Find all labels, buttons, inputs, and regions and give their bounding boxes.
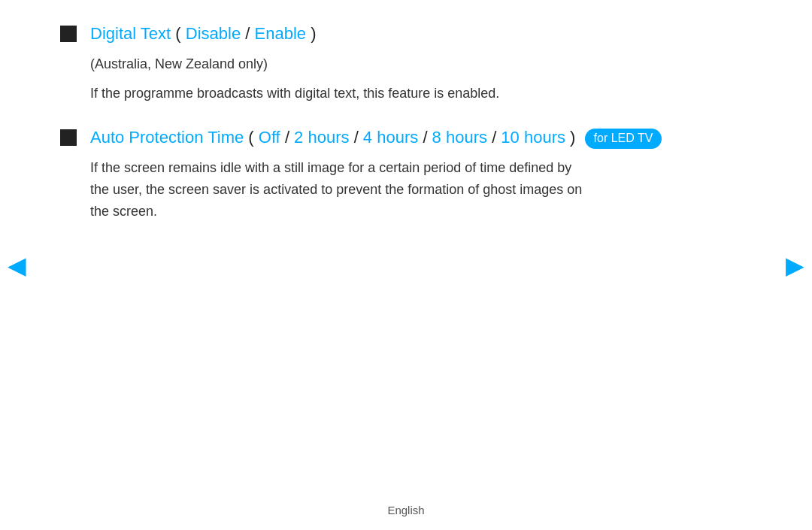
section1-description: If the programme broadcasts with digital…: [90, 83, 752, 104]
sep4: /: [492, 128, 501, 147]
auto-protection-section: Auto Protection Time ( Off / 2 hours / 4…: [60, 126, 752, 222]
section2-title: Auto Protection Time ( Off / 2 hours / 4…: [90, 126, 752, 150]
section1-subtitle: (Australia, New Zealand only): [90, 53, 752, 75]
sep2: /: [354, 128, 363, 147]
section1-content: Digital Text ( Disable / Enable ) (Austr…: [90, 23, 752, 104]
digital-text-label[interactable]: Digital Text: [90, 24, 171, 43]
opt-10hours[interactable]: 10 hours: [501, 128, 565, 147]
bullet-icon-2: [60, 129, 77, 146]
opt-2hours[interactable]: 2 hours: [294, 128, 349, 147]
sep3: /: [423, 128, 432, 147]
footer-language: English: [387, 504, 424, 516]
auto-protection-label[interactable]: Auto Protection Time: [90, 128, 244, 147]
section2-open-paren: (: [248, 128, 253, 147]
section2-content: Auto Protection Time ( Off / 2 hours / 4…: [90, 126, 752, 222]
digital-text-section: Digital Text ( Disable / Enable ) (Austr…: [60, 23, 752, 104]
opt-4hours[interactable]: 4 hours: [363, 128, 418, 147]
main-content: Digital Text ( Disable / Enable ) (Austr…: [0, 0, 812, 223]
section1-open-paren: (: [175, 24, 180, 43]
section2-desc-line1: If the screen remains idle with a still …: [90, 157, 752, 222]
opt-off[interactable]: Off: [259, 128, 280, 147]
nav-arrow-left[interactable]: ◀: [8, 251, 26, 280]
disable-link[interactable]: Disable: [186, 24, 241, 43]
opt-8hours[interactable]: 8 hours: [432, 128, 487, 147]
section2-close-paren: ): [570, 128, 575, 147]
section1-slash: /: [245, 24, 254, 43]
bullet-icon: [60, 26, 77, 42]
section1-title: Digital Text ( Disable / Enable ): [90, 23, 752, 46]
sep1: /: [285, 128, 294, 147]
section1-close-paren: ): [311, 24, 316, 43]
led-tv-badge: for LED TV: [585, 129, 662, 148]
nav-arrow-right[interactable]: ▶: [786, 251, 804, 280]
enable-link[interactable]: Enable: [255, 24, 307, 43]
